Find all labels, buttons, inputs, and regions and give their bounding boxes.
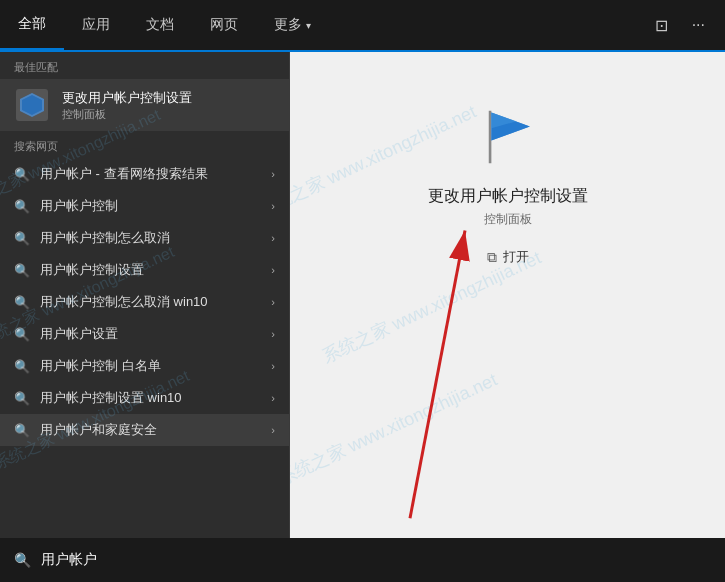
search-input[interactable] bbox=[41, 552, 711, 568]
best-match-title: 更改用户帐户控制设置 bbox=[62, 89, 192, 107]
result-text-3: 用户帐户控制设置 bbox=[40, 261, 261, 279]
tab-apps[interactable]: 应用 bbox=[64, 0, 128, 50]
result-text-2: 用户帐户控制怎么取消 bbox=[40, 229, 261, 247]
open-label: 打开 bbox=[503, 248, 529, 266]
more-options-icon[interactable]: ··· bbox=[688, 12, 709, 38]
right-panel: 更改用户帐户控制设置 控制面板 ⧉ 打开 系统之家 www.xitongzhij… bbox=[290, 52, 725, 538]
best-match-subtitle: 控制面板 bbox=[62, 107, 192, 122]
nav-icons: ⊡ ··· bbox=[651, 0, 725, 50]
tab-more[interactable]: 更多 bbox=[256, 0, 329, 50]
result-text-1: 用户帐户控制 bbox=[40, 197, 261, 215]
best-match-app-icon bbox=[14, 87, 50, 123]
result-item-4[interactable]: 🔍 用户帐户控制怎么取消 win10 › bbox=[0, 286, 289, 318]
open-button[interactable]: ⧉ 打开 bbox=[487, 248, 529, 266]
result-arrow-7: › bbox=[271, 392, 275, 404]
search-icon-8: 🔍 bbox=[14, 422, 30, 438]
result-arrow-6: › bbox=[271, 360, 275, 372]
search-icon-1: 🔍 bbox=[14, 198, 30, 214]
result-item-2[interactable]: 🔍 用户帐户控制怎么取消 › bbox=[0, 222, 289, 254]
result-item-3[interactable]: 🔍 用户帐户控制设置 › bbox=[0, 254, 289, 286]
detail-subtitle: 控制面板 bbox=[484, 211, 532, 228]
left-panel: 最佳匹配 更改用户帐户控制设置 控制面板 搜索网页 🔍 用户帐户 - 查看网络搜… bbox=[0, 52, 290, 538]
svg-rect-3 bbox=[488, 111, 491, 164]
best-match-item[interactable]: 更改用户帐户控制设置 控制面板 bbox=[0, 79, 289, 131]
result-text-8: 用户帐户和家庭安全 bbox=[40, 421, 261, 439]
tab-web[interactable]: 网页 bbox=[192, 0, 256, 50]
detail-icon bbox=[473, 102, 543, 176]
result-arrow-4: › bbox=[271, 296, 275, 308]
top-nav: 全部 应用 文档 网页 更多 ⊡ ··· bbox=[0, 0, 725, 52]
best-match-label: 最佳匹配 bbox=[0, 52, 289, 79]
result-text-4: 用户帐户控制怎么取消 win10 bbox=[40, 293, 261, 311]
result-item-8[interactable]: 🔍 用户帐户和家庭安全 › bbox=[0, 414, 289, 446]
main-area: 最佳匹配 更改用户帐户控制设置 控制面板 搜索网页 🔍 用户帐户 - 查看网络搜… bbox=[0, 52, 725, 538]
search-web-label: 搜索网页 bbox=[0, 131, 289, 158]
search-icon-7: 🔍 bbox=[14, 390, 30, 406]
search-icon-6: 🔍 bbox=[14, 358, 30, 374]
result-arrow-2: › bbox=[271, 232, 275, 244]
search-icon-5: 🔍 bbox=[14, 326, 30, 342]
search-icon-4: 🔍 bbox=[14, 294, 30, 310]
search-bar: 🔍 bbox=[0, 538, 725, 582]
svg-line-8 bbox=[410, 231, 465, 519]
result-text-7: 用户帐户控制设置 win10 bbox=[40, 389, 261, 407]
best-match-info: 更改用户帐户控制设置 控制面板 bbox=[62, 89, 192, 122]
result-item-7[interactable]: 🔍 用户帐户控制设置 win10 › bbox=[0, 382, 289, 414]
result-arrow-8: › bbox=[271, 424, 275, 436]
result-text-5: 用户帐户设置 bbox=[40, 325, 261, 343]
search-icon-3: 🔍 bbox=[14, 262, 30, 278]
tab-all[interactable]: 全部 bbox=[0, 0, 64, 50]
open-window-icon: ⧉ bbox=[487, 249, 497, 266]
result-item-6[interactable]: 🔍 用户帐户控制 白名单 › bbox=[0, 350, 289, 382]
result-arrow-1: › bbox=[271, 200, 275, 212]
result-text-0: 用户帐户 - 查看网络搜索结果 bbox=[40, 165, 261, 183]
result-arrow-5: › bbox=[271, 328, 275, 340]
result-item-1[interactable]: 🔍 用户帐户控制 › bbox=[0, 190, 289, 222]
result-arrow-0: › bbox=[271, 168, 275, 180]
search-icon-2: 🔍 bbox=[14, 230, 30, 246]
result-item-0[interactable]: 🔍 用户帐户 - 查看网络搜索结果 › bbox=[0, 158, 289, 190]
search-person-icon[interactable]: ⊡ bbox=[651, 12, 672, 39]
search-bar-icon: 🔍 bbox=[14, 552, 31, 568]
result-item-5[interactable]: 🔍 用户帐户设置 › bbox=[0, 318, 289, 350]
search-icon-0: 🔍 bbox=[14, 166, 30, 182]
tab-docs[interactable]: 文档 bbox=[128, 0, 192, 50]
detail-title: 更改用户帐户控制设置 bbox=[428, 186, 588, 207]
result-arrow-3: › bbox=[271, 264, 275, 276]
result-text-6: 用户帐户控制 白名单 bbox=[40, 357, 261, 375]
